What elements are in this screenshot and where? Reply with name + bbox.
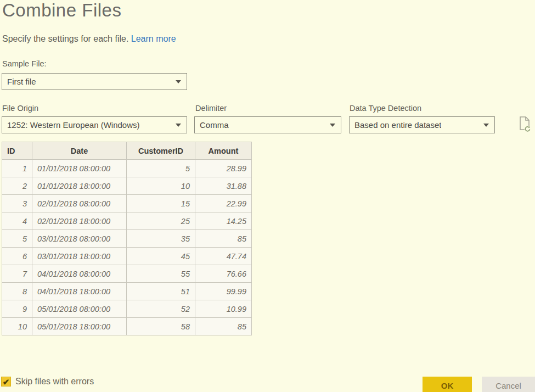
table-cell: 52 (127, 300, 195, 318)
table-cell: 5 (127, 160, 195, 177)
column-header-date: Date (32, 142, 127, 160)
column-header-id: ID (2, 142, 32, 160)
file-refresh-icon[interactable] (516, 115, 533, 133)
file-origin-value: 1252: Western European (Windows) (7, 120, 140, 130)
skip-files-with-errors-option[interactable]: ✔ Skip files with errors (1, 377, 94, 387)
table-cell: 99.99 (195, 283, 252, 300)
table-cell: 03/01/2018 08:00:00 (32, 230, 127, 248)
table-cell: 1 (2, 160, 32, 177)
table-cell: 25 (127, 212, 195, 230)
table-cell: 02/01/2018 08:00:00 (32, 195, 127, 212)
data-type-detection-dropdown[interactable]: Based on entire dataset (349, 116, 495, 133)
table-row: 101/01/2018 08:00:00528.99 (2, 160, 252, 177)
delimiter-value: Comma (200, 120, 229, 130)
table-cell: 9 (2, 300, 32, 318)
chevron-down-icon (176, 124, 181, 127)
table-cell: 15 (127, 195, 195, 212)
ok-button[interactable]: OK (423, 377, 472, 392)
table-row: 603/01/2018 18:00:004547.74 (2, 248, 252, 265)
delimiter-dropdown[interactable]: Comma (194, 116, 341, 133)
table-cell: 85 (195, 318, 252, 335)
table-cell: 05/01/2018 18:00:00 (32, 318, 127, 335)
table-cell: 85 (195, 230, 252, 248)
skip-files-label: Skip files with errors (15, 377, 94, 387)
table-cell: 04/01/2018 08:00:00 (32, 265, 127, 283)
table-row: 302/01/2018 08:00:001522.99 (2, 195, 252, 212)
sample-file-label: Sample File: (2, 59, 47, 68)
table-cell: 2 (2, 177, 32, 195)
table-cell: 76.66 (195, 265, 252, 283)
table-header-row: IDDateCustomerIDAmount (2, 142, 252, 160)
table-cell: 10 (127, 177, 195, 195)
skip-files-checkbox[interactable]: ✔ (1, 377, 11, 387)
preview-table: IDDateCustomerIDAmount 101/01/2018 08:00… (2, 142, 252, 335)
table-cell: 51 (127, 283, 195, 300)
sample-file-value: First file (7, 77, 36, 86)
cancel-button[interactable]: Cancel (482, 377, 535, 392)
table-cell: 45 (127, 248, 195, 265)
column-header-customerid: CustomerID (127, 142, 195, 160)
delimiter-label: Delimiter (195, 104, 227, 113)
table-cell: 10.99 (195, 300, 252, 318)
subtitle: Specify the settings for each file. Lear… (2, 34, 176, 44)
table-cell: 6 (2, 248, 32, 265)
table-row: 1005/01/2018 18:00:005885 (2, 318, 252, 335)
table-row: 402/01/2018 18:00:002514.25 (2, 212, 252, 230)
file-origin-dropdown[interactable]: 1252: Western European (Windows) (2, 116, 187, 133)
chevron-down-icon (176, 80, 181, 83)
learn-more-link[interactable]: Learn more (131, 34, 176, 43)
table-row: 201/01/2018 18:00:001031.88 (2, 177, 252, 195)
chevron-down-icon (330, 124, 335, 127)
chevron-down-icon (483, 124, 489, 127)
table-cell: 47.74 (195, 248, 252, 265)
table-row: 905/01/2018 08:00:005210.99 (2, 300, 252, 318)
table-cell: 03/01/2018 18:00:00 (32, 248, 127, 265)
table-cell: 14.25 (195, 212, 252, 230)
table-cell: 55 (127, 265, 195, 283)
sample-file-dropdown[interactable]: First file (2, 73, 187, 90)
table-row: 704/01/2018 08:00:005576.66 (2, 265, 252, 283)
table-cell: 35 (127, 230, 195, 248)
table-cell: 8 (2, 283, 32, 300)
file-origin-label: File Origin (2, 104, 38, 113)
table-cell: 4 (2, 212, 32, 230)
data-type-detection-value: Based on entire dataset (354, 120, 441, 130)
table-row: 503/01/2018 08:00:003585 (2, 230, 252, 248)
table-cell: 5 (2, 230, 32, 248)
table-cell: 31.88 (195, 177, 252, 195)
table-cell: 7 (2, 265, 32, 283)
table-cell: 02/01/2018 18:00:00 (32, 212, 127, 230)
data-type-detection-label: Data Type Detection (350, 104, 421, 113)
table-row: 804/01/2018 18:00:005199.99 (2, 283, 252, 300)
table-cell: 22.99 (195, 195, 252, 212)
table-cell: 3 (2, 195, 32, 212)
table-cell: 01/01/2018 18:00:00 (32, 177, 127, 195)
table-cell: 58 (127, 318, 195, 335)
subtitle-text: Specify the settings for each file. (2, 34, 128, 43)
table-cell: 01/01/2018 08:00:00 (32, 160, 127, 177)
table-cell: 05/01/2018 08:00:00 (32, 300, 127, 318)
page-title: Combine Files (2, 0, 121, 21)
table-cell: 28.99 (195, 160, 252, 177)
column-header-amount: Amount (195, 142, 252, 160)
table-cell: 10 (2, 318, 32, 335)
table-cell: 04/01/2018 18:00:00 (32, 283, 127, 300)
